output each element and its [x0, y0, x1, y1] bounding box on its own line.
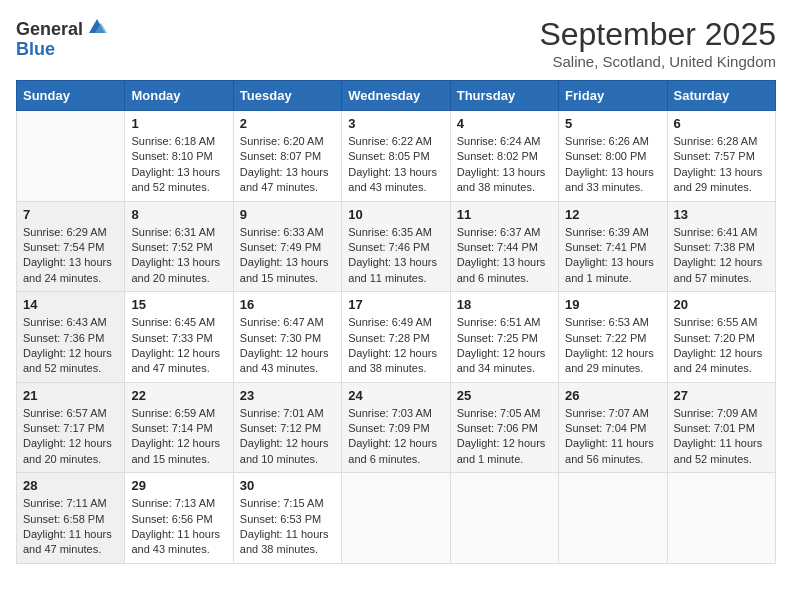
day-number: 14: [23, 297, 118, 312]
calendar-week-row: 14Sunrise: 6:43 AMSunset: 7:36 PMDayligh…: [17, 292, 776, 383]
day-detail: Sunrise: 7:03 AMSunset: 7:09 PMDaylight:…: [348, 406, 443, 468]
day-detail: Sunrise: 6:18 AMSunset: 8:10 PMDaylight:…: [131, 134, 226, 196]
calendar-cell: [342, 473, 450, 564]
calendar-cell: 20Sunrise: 6:55 AMSunset: 7:20 PMDayligh…: [667, 292, 775, 383]
day-detail: Sunrise: 6:35 AMSunset: 7:46 PMDaylight:…: [348, 225, 443, 287]
calendar-cell: 14Sunrise: 6:43 AMSunset: 7:36 PMDayligh…: [17, 292, 125, 383]
calendar-week-row: 7Sunrise: 6:29 AMSunset: 7:54 PMDaylight…: [17, 201, 776, 292]
calendar-cell: 21Sunrise: 6:57 AMSunset: 7:17 PMDayligh…: [17, 382, 125, 473]
logo: General Blue: [16, 20, 107, 60]
day-number: 18: [457, 297, 552, 312]
day-detail: Sunrise: 6:24 AMSunset: 8:02 PMDaylight:…: [457, 134, 552, 196]
calendar-cell: 3Sunrise: 6:22 AMSunset: 8:05 PMDaylight…: [342, 111, 450, 202]
calendar-cell: 1Sunrise: 6:18 AMSunset: 8:10 PMDaylight…: [125, 111, 233, 202]
calendar-cell: 13Sunrise: 6:41 AMSunset: 7:38 PMDayligh…: [667, 201, 775, 292]
day-number: 5: [565, 116, 660, 131]
day-number: 6: [674, 116, 769, 131]
day-number: 8: [131, 207, 226, 222]
day-number: 1: [131, 116, 226, 131]
day-detail: Sunrise: 6:29 AMSunset: 7:54 PMDaylight:…: [23, 225, 118, 287]
day-detail: Sunrise: 6:20 AMSunset: 8:07 PMDaylight:…: [240, 134, 335, 196]
weekday-header: Wednesday: [342, 81, 450, 111]
calendar-cell: [667, 473, 775, 564]
day-number: 9: [240, 207, 335, 222]
title-block: September 2025 Saline, Scotland, United …: [539, 16, 776, 70]
day-number: 20: [674, 297, 769, 312]
day-detail: Sunrise: 6:28 AMSunset: 7:57 PMDaylight:…: [674, 134, 769, 196]
weekday-header: Thursday: [450, 81, 558, 111]
day-number: 27: [674, 388, 769, 403]
day-number: 7: [23, 207, 118, 222]
day-number: 21: [23, 388, 118, 403]
calendar-cell: 4Sunrise: 6:24 AMSunset: 8:02 PMDaylight…: [450, 111, 558, 202]
day-number: 4: [457, 116, 552, 131]
calendar-cell: 9Sunrise: 6:33 AMSunset: 7:49 PMDaylight…: [233, 201, 341, 292]
calendar-cell: 8Sunrise: 6:31 AMSunset: 7:52 PMDaylight…: [125, 201, 233, 292]
day-detail: Sunrise: 6:22 AMSunset: 8:05 PMDaylight:…: [348, 134, 443, 196]
calendar-cell: 30Sunrise: 7:15 AMSunset: 6:53 PMDayligh…: [233, 473, 341, 564]
day-detail: Sunrise: 6:41 AMSunset: 7:38 PMDaylight:…: [674, 225, 769, 287]
calendar-cell: 29Sunrise: 7:13 AMSunset: 6:56 PMDayligh…: [125, 473, 233, 564]
calendar-cell: 15Sunrise: 6:45 AMSunset: 7:33 PMDayligh…: [125, 292, 233, 383]
calendar-cell: 12Sunrise: 6:39 AMSunset: 7:41 PMDayligh…: [559, 201, 667, 292]
calendar-cell: [559, 473, 667, 564]
calendar-cell: 28Sunrise: 7:11 AMSunset: 6:58 PMDayligh…: [17, 473, 125, 564]
calendar-cell: 25Sunrise: 7:05 AMSunset: 7:06 PMDayligh…: [450, 382, 558, 473]
day-detail: Sunrise: 6:57 AMSunset: 7:17 PMDaylight:…: [23, 406, 118, 468]
day-number: 17: [348, 297, 443, 312]
calendar-header-row: SundayMondayTuesdayWednesdayThursdayFrid…: [17, 81, 776, 111]
day-detail: Sunrise: 6:39 AMSunset: 7:41 PMDaylight:…: [565, 225, 660, 287]
day-detail: Sunrise: 6:43 AMSunset: 7:36 PMDaylight:…: [23, 315, 118, 377]
logo-icon: [85, 15, 107, 37]
logo-blue: Blue: [16, 40, 107, 60]
day-number: 28: [23, 478, 118, 493]
day-number: 22: [131, 388, 226, 403]
day-detail: Sunrise: 6:26 AMSunset: 8:00 PMDaylight:…: [565, 134, 660, 196]
day-detail: Sunrise: 6:37 AMSunset: 7:44 PMDaylight:…: [457, 225, 552, 287]
day-detail: Sunrise: 6:59 AMSunset: 7:14 PMDaylight:…: [131, 406, 226, 468]
day-number: 11: [457, 207, 552, 222]
calendar-week-row: 1Sunrise: 6:18 AMSunset: 8:10 PMDaylight…: [17, 111, 776, 202]
day-detail: Sunrise: 6:55 AMSunset: 7:20 PMDaylight:…: [674, 315, 769, 377]
day-detail: Sunrise: 6:53 AMSunset: 7:22 PMDaylight:…: [565, 315, 660, 377]
day-detail: Sunrise: 6:31 AMSunset: 7:52 PMDaylight:…: [131, 225, 226, 287]
day-detail: Sunrise: 7:15 AMSunset: 6:53 PMDaylight:…: [240, 496, 335, 558]
day-number: 25: [457, 388, 552, 403]
day-number: 29: [131, 478, 226, 493]
calendar-week-row: 21Sunrise: 6:57 AMSunset: 7:17 PMDayligh…: [17, 382, 776, 473]
day-detail: Sunrise: 7:01 AMSunset: 7:12 PMDaylight:…: [240, 406, 335, 468]
weekday-header: Tuesday: [233, 81, 341, 111]
day-detail: Sunrise: 6:51 AMSunset: 7:25 PMDaylight:…: [457, 315, 552, 377]
day-number: 19: [565, 297, 660, 312]
calendar-cell: 6Sunrise: 6:28 AMSunset: 7:57 PMDaylight…: [667, 111, 775, 202]
calendar-cell: 27Sunrise: 7:09 AMSunset: 7:01 PMDayligh…: [667, 382, 775, 473]
day-detail: Sunrise: 7:09 AMSunset: 7:01 PMDaylight:…: [674, 406, 769, 468]
day-detail: Sunrise: 6:49 AMSunset: 7:28 PMDaylight:…: [348, 315, 443, 377]
calendar-cell: [450, 473, 558, 564]
day-number: 2: [240, 116, 335, 131]
weekday-header: Saturday: [667, 81, 775, 111]
weekday-header: Sunday: [17, 81, 125, 111]
calendar-week-row: 28Sunrise: 7:11 AMSunset: 6:58 PMDayligh…: [17, 473, 776, 564]
calendar-cell: 22Sunrise: 6:59 AMSunset: 7:14 PMDayligh…: [125, 382, 233, 473]
calendar-table: SundayMondayTuesdayWednesdayThursdayFrid…: [16, 80, 776, 564]
calendar-cell: [17, 111, 125, 202]
calendar-cell: 17Sunrise: 6:49 AMSunset: 7:28 PMDayligh…: [342, 292, 450, 383]
location: Saline, Scotland, United Kingdom: [539, 53, 776, 70]
calendar-cell: 16Sunrise: 6:47 AMSunset: 7:30 PMDayligh…: [233, 292, 341, 383]
day-number: 15: [131, 297, 226, 312]
day-number: 13: [674, 207, 769, 222]
calendar-cell: 19Sunrise: 6:53 AMSunset: 7:22 PMDayligh…: [559, 292, 667, 383]
day-number: 10: [348, 207, 443, 222]
day-detail: Sunrise: 7:05 AMSunset: 7:06 PMDaylight:…: [457, 406, 552, 468]
calendar-cell: 18Sunrise: 6:51 AMSunset: 7:25 PMDayligh…: [450, 292, 558, 383]
calendar-cell: 23Sunrise: 7:01 AMSunset: 7:12 PMDayligh…: [233, 382, 341, 473]
calendar-cell: 2Sunrise: 6:20 AMSunset: 8:07 PMDaylight…: [233, 111, 341, 202]
page-header: General Blue September 2025 Saline, Scot…: [16, 16, 776, 70]
day-detail: Sunrise: 7:11 AMSunset: 6:58 PMDaylight:…: [23, 496, 118, 558]
day-detail: Sunrise: 7:13 AMSunset: 6:56 PMDaylight:…: [131, 496, 226, 558]
day-number: 26: [565, 388, 660, 403]
calendar-cell: 10Sunrise: 6:35 AMSunset: 7:46 PMDayligh…: [342, 201, 450, 292]
calendar-cell: 11Sunrise: 6:37 AMSunset: 7:44 PMDayligh…: [450, 201, 558, 292]
day-number: 16: [240, 297, 335, 312]
